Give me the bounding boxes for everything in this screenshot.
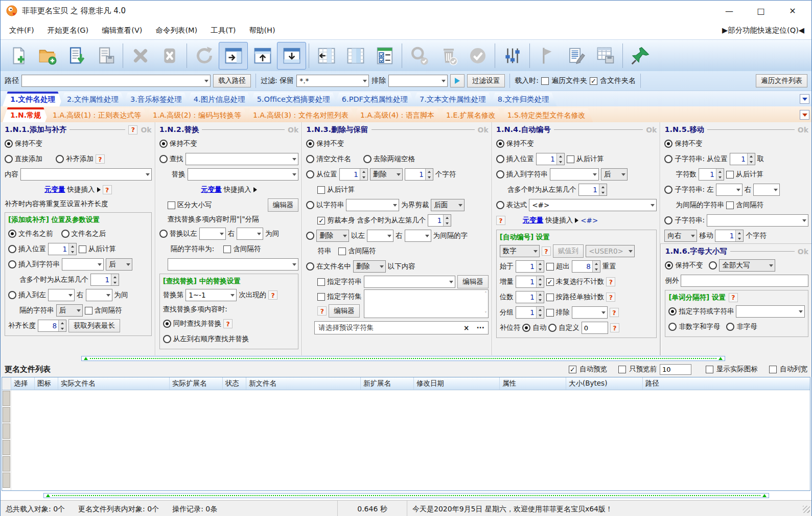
menu-start-rename[interactable]: 开始更名(G) — [41, 24, 96, 37]
tab-music-tags[interactable]: 3.音乐标签处理 — [123, 93, 190, 106]
col-select[interactable]: 选择 — [11, 377, 35, 390]
position-spinner[interactable]: 1 — [339, 168, 368, 181]
tab-extension-modify[interactable]: 1.E.扩展名修改 — [438, 108, 503, 122]
charset-editor-button[interactable]: 编辑器 — [329, 304, 360, 318]
delete-between-radio[interactable] — [306, 232, 314, 240]
left-delim-combobox[interactable] — [367, 230, 393, 242]
insert-pos-spinner[interactable]: 1 — [536, 153, 565, 165]
col-attributes[interactable]: 属性 — [500, 377, 566, 390]
right-delim-combobox[interactable] — [405, 230, 431, 242]
before-after-combobox[interactable]: 后 — [601, 168, 628, 181]
scroll-up-icon[interactable]: ˄ — [484, 291, 487, 296]
insert-pos-radio[interactable] — [8, 245, 16, 253]
adjust-settings-button[interactable] — [498, 42, 527, 70]
expression-radio[interactable] — [496, 201, 504, 209]
help-button[interactable]: ? — [496, 216, 505, 225]
count-from-end-checkbox[interactable] — [79, 245, 86, 253]
pin-window-button[interactable] — [625, 42, 655, 70]
preview-pane-right-button[interactable] — [219, 42, 248, 70]
keep-unchanged-radio[interactable] — [665, 261, 673, 270]
insert-pos-radio[interactable] — [496, 155, 504, 163]
tab-advanced-encoding[interactable]: 1.A.高级(2)：编码与转换等 — [145, 108, 249, 122]
multi-nth-spinner[interactable]: 1 — [578, 184, 607, 196]
multi-nth-spinner[interactable]: 1 — [90, 274, 119, 286]
keep-unchanged-radio[interactable] — [159, 140, 168, 148]
col-size-bytes[interactable]: 大小(Bytes) — [566, 377, 643, 390]
expression-combobox[interactable]: <#> — [529, 199, 657, 211]
insert-to-string-radio[interactable] — [496, 170, 504, 178]
clear-preset-button[interactable]: × — [463, 324, 469, 332]
apply-check-button[interactable] — [463, 42, 492, 70]
exception-input[interactable] — [681, 275, 808, 287]
count-from-end-checkbox[interactable] — [726, 171, 734, 178]
help-button[interactable]: ? — [317, 306, 327, 316]
columns-layout-button[interactable] — [341, 42, 370, 70]
editor-button[interactable]: 编辑器 — [268, 198, 299, 212]
col-actual-filename[interactable]: 实际文件名 — [58, 377, 170, 390]
help-button[interactable]: ? — [128, 125, 137, 134]
substring-combobox[interactable] — [707, 214, 808, 227]
sequential-radio[interactable] — [163, 335, 171, 343]
exclude-combobox[interactable] — [572, 306, 608, 319]
pad-length-spinner[interactable]: 8 — [38, 320, 66, 332]
trim-spaces-radio[interactable] — [363, 155, 372, 163]
col-status[interactable]: 状态 — [223, 377, 246, 390]
charset-checkbox[interactable] — [317, 293, 325, 301]
menu-edit-view[interactable]: 编辑查看(V) — [95, 24, 149, 37]
auto-column-width-checkbox[interactable] — [769, 366, 777, 373]
insert-string-combobox[interactable] — [62, 258, 104, 271]
edit-list-button[interactable] — [562, 42, 591, 70]
spec-separator-radio[interactable] — [668, 307, 677, 316]
traverse-folders-checkbox[interactable] — [541, 77, 549, 85]
tab-advanced-script[interactable]: 1.A.高级(4)：语言脚本 — [353, 108, 442, 122]
preview-count-input[interactable] — [660, 364, 691, 375]
delete-all-button[interactable] — [155, 42, 184, 70]
replace-combobox[interactable] — [188, 168, 299, 181]
tab-advanced-compare-list[interactable]: 1.A.高级(3)：文件名对照列表 — [245, 108, 356, 122]
help-button[interactable]: ? — [606, 277, 615, 286]
find-combobox[interactable] — [185, 153, 299, 165]
more-presets-button[interactable]: ··· — [476, 324, 484, 332]
clear-name-radio[interactable] — [306, 155, 314, 163]
delete-button[interactable] — [126, 42, 155, 70]
insert-pos-spinner[interactable]: 1 — [48, 243, 77, 255]
replace-between-radio[interactable] — [159, 230, 168, 238]
include-folder-name-checkbox[interactable] — [590, 77, 597, 85]
pad-custom-radio[interactable] — [548, 324, 556, 332]
traverse-file-list-button[interactable]: 遍历文件列表 — [756, 74, 807, 87]
move-count-spinner[interactable]: 1 — [715, 230, 744, 242]
direction-combobox[interactable]: 向右 — [664, 230, 697, 242]
from-pos-spinner[interactable]: 1 — [730, 153, 755, 165]
simultaneous-radio[interactable] — [163, 320, 171, 328]
group-spinner[interactable]: 1 — [516, 306, 544, 319]
assign-to-button[interactable]: 赋值到 — [553, 244, 584, 258]
delete-filtered-button[interactable] — [434, 42, 463, 70]
help-button[interactable]: ? — [610, 323, 619, 332]
non-alnum-radio[interactable] — [668, 323, 677, 331]
digits-spinner[interactable]: 1 — [516, 291, 544, 303]
help-button[interactable]: ? — [96, 154, 105, 164]
keep-unchanged-radio[interactable] — [496, 140, 504, 148]
charset-textarea[interactable]: ˄˅ — [364, 289, 489, 318]
substring-direct-radio[interactable] — [664, 216, 672, 225]
minimize-button[interactable]: — — [713, 2, 745, 19]
get-longest-button[interactable]: 获取列表最长 — [68, 319, 120, 332]
cut-self-checkbox[interactable] — [317, 217, 325, 225]
search-check-button[interactable] — [405, 42, 434, 70]
show-real-icons-checkbox[interactable] — [706, 366, 713, 373]
spec-string-combobox[interactable] — [364, 276, 456, 288]
tab-pdf-attributes[interactable]: 6.PDF文档属性处理 — [334, 93, 415, 106]
resize-grip[interactable] — [803, 506, 810, 513]
substring-delim-radio[interactable] — [664, 186, 672, 194]
user-var-combobox[interactable]: <USER0> — [586, 245, 635, 257]
pad-add-radio[interactable] — [56, 155, 64, 163]
tab-advanced-regex[interactable]: 1.A.高级(1)：正则表达式等 — [45, 108, 149, 122]
panel-list-splitter[interactable] — [1, 355, 811, 362]
skip-unchecked-checkbox[interactable] — [546, 278, 554, 286]
right-delim-combobox[interactable] — [237, 228, 263, 240]
find-radio[interactable] — [159, 155, 168, 163]
by-string-radio[interactable] — [306, 201, 314, 209]
preview-pane-bottom-button[interactable] — [277, 42, 306, 70]
tab-filename-processing[interactable]: 1.文件名处理 — [3, 92, 63, 106]
content-combobox[interactable] — [20, 168, 152, 181]
